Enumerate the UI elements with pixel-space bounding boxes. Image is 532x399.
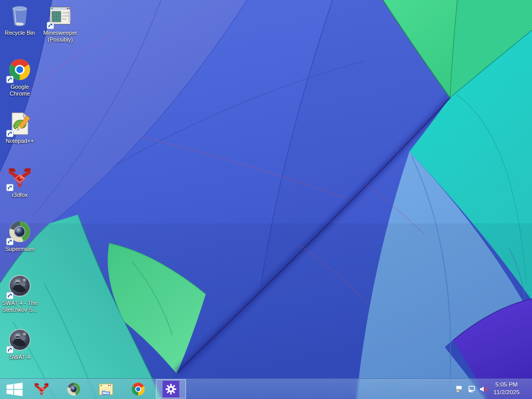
desktop-icon-label: Recycle Bin: [1, 30, 38, 36]
desktop-icon-r3dfox[interactable]: r3dfox: [0, 165, 39, 198]
desktop-icon-label: SWAT 4 - The Stetchkov S...: [1, 300, 38, 313]
taskbar-supermium-button[interactable]: [66, 379, 82, 399]
file-explorer-icon: [98, 381, 114, 397]
shortcut-arrow-icon: [6, 76, 14, 83]
desktop-icon-minesweeper[interactable]: Minesweeper (Possibly): [41, 3, 80, 43]
shortcut-arrow-icon: [6, 292, 14, 299]
desktop-screen: Recycle Bin Minesweepe: [0, 0, 532, 399]
wallpaper[interactable]: [0, 0, 532, 399]
desktop-icon-swat4[interactable]: SWAT 4: [0, 327, 39, 361]
desktop-icon-notepad-plus-plus[interactable]: Notepad++: [0, 111, 39, 144]
shortcut-arrow-icon: [6, 130, 14, 137]
windows-start-icon: [6, 381, 23, 397]
clock-date: 11/2/2025: [488, 389, 525, 396]
shortcut-arrow-icon: [6, 346, 14, 353]
desktop-icon-label: Notepad++: [1, 138, 38, 144]
chrome-icon: [130, 381, 146, 397]
taskbar-settings-button[interactable]: [163, 379, 179, 399]
desktop-icon-label: r3dfox: [1, 192, 38, 198]
shortcut-arrow-icon: [47, 22, 54, 29]
r3dfox-icon: [34, 381, 49, 397]
taskbar: 5:05 PM 11/2/2025: [0, 378, 532, 399]
shortcut-arrow-icon: [6, 184, 14, 191]
clock-time: 5:05 PM: [488, 381, 525, 389]
desktop-icon-supermium[interactable]: Supermium: [0, 219, 39, 252]
network-icon[interactable]: [468, 385, 476, 393]
settings-tile: [163, 381, 179, 397]
shortcut-arrow-icon: [6, 238, 14, 245]
taskbar-clock[interactable]: 5:05 PM 11/2/2025: [488, 381, 525, 396]
desktop-icon-google-chrome[interactable]: Google Chrome: [0, 57, 39, 97]
desktop-icon-label: Google Chrome: [1, 84, 38, 97]
desktop-icon-recycle-bin[interactable]: Recycle Bin: [0, 3, 39, 36]
desktop-icon-label: SWAT 4: [1, 354, 38, 361]
start-button[interactable]: [2, 379, 27, 399]
desktop-icon-label: Minesweeper (Possibly): [42, 30, 79, 43]
gear-icon: [165, 383, 177, 395]
action-center-flag-icon[interactable]: [455, 385, 463, 393]
recycle-bin-icon: [7, 3, 32, 28]
desktop-icon-swat4-stetchkov[interactable]: SWAT 4 - The Stetchkov S...: [0, 273, 39, 313]
supermium-icon: [66, 381, 82, 397]
taskbar-chrome-button[interactable]: [130, 379, 146, 399]
desktop-icon-label: Supermium: [1, 246, 38, 252]
taskbar-file-explorer-button[interactable]: [98, 379, 114, 399]
volume-muted-icon[interactable]: [479, 385, 488, 393]
taskbar-r3dfox-button[interactable]: [34, 379, 49, 399]
